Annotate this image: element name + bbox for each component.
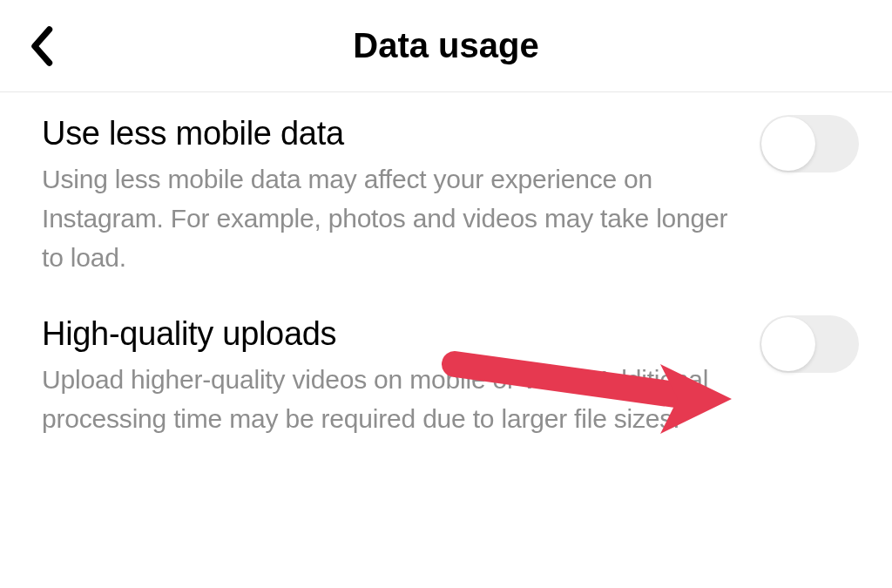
header: Data usage	[0, 0, 892, 92]
toggle-knob	[761, 117, 815, 171]
setting-high-quality-uploads: High-quality uploads Upload higher-quali…	[42, 315, 859, 438]
page-title: Data usage	[24, 26, 868, 65]
high-quality-uploads-toggle[interactable]	[760, 315, 859, 373]
setting-text: Use less mobile data Using less mobile d…	[42, 115, 859, 277]
setting-description: Upload higher-quality videos on mobile o…	[42, 360, 754, 438]
use-less-mobile-data-toggle[interactable]	[760, 115, 859, 172]
settings-list: Use less mobile data Using less mobile d…	[0, 92, 892, 497]
setting-title: High-quality uploads	[42, 315, 754, 353]
setting-text: High-quality uploads Upload higher-quali…	[42, 315, 859, 438]
toggle-knob	[761, 317, 815, 371]
chevron-left-icon	[28, 25, 54, 67]
setting-description: Using less mobile data may affect your e…	[42, 159, 754, 277]
setting-use-less-mobile-data: Use less mobile data Using less mobile d…	[42, 115, 859, 277]
setting-title: Use less mobile data	[42, 115, 754, 152]
back-button[interactable]	[24, 22, 57, 71]
